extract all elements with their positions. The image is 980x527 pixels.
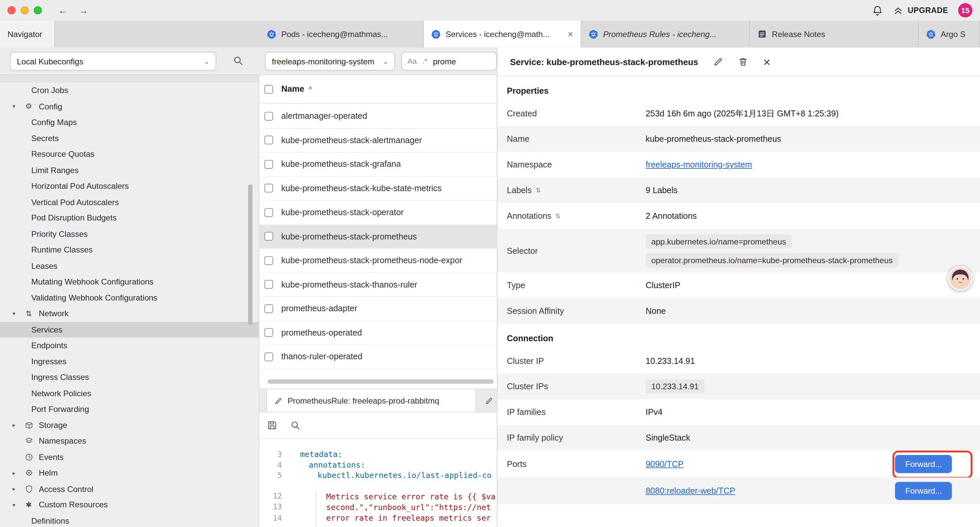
- toolbar: Local Kubeconfigs ⌄ freeleaps-monitoring…: [0, 47, 497, 75]
- row-checkbox[interactable]: [264, 304, 273, 313]
- sidebar-item-pod-disruption-budgets[interactable]: Pod Disruption Budgets: [0, 210, 259, 226]
- sort-toggle-icon[interactable]: ⇅: [555, 212, 560, 220]
- sidebar-item-ingresses[interactable]: Ingresses: [0, 353, 259, 369]
- table-row[interactable]: prometheus-adapter: [259, 297, 497, 321]
- sidebar-search-icon[interactable]: [232, 55, 244, 66]
- sidebar-item-validating-webhook-configurations[interactable]: Validating Webhook Configurations: [0, 290, 259, 306]
- row-checkbox[interactable]: [264, 232, 273, 241]
- sidebar-item-mutating-webhook-configurations[interactable]: Mutating Webhook Configurations: [0, 274, 259, 290]
- sidebar-item-port-forwarding[interactable]: Port Forwarding: [0, 401, 259, 417]
- folded-region[interactable]: [259, 481, 497, 491]
- delete-button[interactable]: [738, 57, 748, 67]
- sidebar-group-config[interactable]: ▾ ⚙ Config: [0, 99, 259, 115]
- navigator-header-tab[interactable]: Navigator: [0, 21, 55, 48]
- sort-toggle-icon[interactable]: ⇅: [535, 187, 541, 194]
- tab-services-active[interactable]: Services - icecheng@math... ×: [424, 21, 581, 48]
- edit-button[interactable]: [713, 57, 723, 67]
- sidebar-item-config-maps[interactable]: Config Maps: [0, 115, 259, 131]
- table-row[interactable]: kube-prometheus-stack-operator: [259, 201, 497, 224]
- table-row[interactable]: kube-prometheus-stack-alertmanager: [259, 128, 497, 153]
- back-button[interactable]: ←: [58, 5, 67, 16]
- table-row[interactable]: alertmanager-operated: [259, 104, 497, 128]
- tab-pods[interactable]: Pods - icecheng@mathmas...: [259, 21, 424, 48]
- minimize-window-button[interactable]: [21, 6, 29, 14]
- sidebar-item-namespaces[interactable]: Namespaces: [0, 433, 259, 449]
- sidebar-item-endpoints[interactable]: Endpoints: [0, 338, 259, 353]
- sidebar-item-runtime-classes[interactable]: Runtime Classes: [0, 242, 259, 258]
- yaml-editor[interactable]: 3metadata: 4annotations: 5kubectl.kubern…: [259, 439, 497, 527]
- sidebar-item-secrets[interactable]: Secrets: [0, 131, 259, 146]
- tab-argo[interactable]: Argo S: [919, 21, 980, 48]
- sidebar-group-helm[interactable]: ▸ Helm: [0, 465, 259, 481]
- sidebar-group-storage[interactable]: ▸ Storage: [0, 417, 259, 433]
- sidebar-item-network-policies[interactable]: Network Policies: [0, 385, 259, 401]
- row-checkbox[interactable]: [264, 160, 273, 169]
- namespace-select[interactable]: freeleaps-monitoring-system ⌄: [265, 52, 395, 71]
- table-row-selected[interactable]: kube-prometheus-stack-prometheus: [259, 225, 497, 249]
- row-checkbox[interactable]: [264, 184, 273, 193]
- namespace-link[interactable]: freeleaps-monitoring-system: [646, 160, 752, 169]
- close-tab-icon[interactable]: ×: [568, 29, 573, 39]
- notification-count-badge[interactable]: 15: [958, 3, 972, 18]
- save-icon[interactable]: [267, 420, 277, 431]
- maximize-window-button[interactable]: [34, 6, 42, 14]
- row-checkbox[interactable]: [264, 136, 273, 145]
- chevron-right-icon[interactable]: ▸: [12, 486, 22, 492]
- row-checkbox[interactable]: [264, 352, 273, 361]
- port-link-9090[interactable]: 9090/TCP: [646, 459, 684, 469]
- chevron-down-icon[interactable]: ▾: [12, 103, 22, 110]
- tab-release-notes[interactable]: Release Notes: [750, 21, 919, 48]
- table-row[interactable]: thanos-ruler-operated: [259, 345, 497, 369]
- chevron-down-icon[interactable]: ▾: [12, 502, 22, 508]
- sidebar-item-ingress-classes[interactable]: Ingress Classes: [0, 369, 259, 385]
- assistant-avatar[interactable]: [948, 266, 972, 291]
- name-column-header[interactable]: Name: [281, 84, 304, 94]
- sidebar-item-events[interactable]: Events: [0, 449, 259, 465]
- tab-prometheus-rules[interactable]: Prometheus Rules - icecheng...: [581, 21, 750, 48]
- table-row[interactable]: kube-prometheus-stack-prometheus-node-ex…: [259, 249, 497, 273]
- select-all-checkbox[interactable]: [264, 85, 273, 93]
- table-row[interactable]: kube-prometheus-stack-grafana: [259, 153, 497, 177]
- resource-search-input[interactable]: Aa .* prome: [401, 52, 497, 71]
- sidebar-group-network[interactable]: ▾ ⇅ Network: [0, 306, 259, 322]
- sidebar-item-horizontal-pod-autoscalers[interactable]: Horizontal Pod Autoscalers: [0, 178, 259, 194]
- sidebar-item-limit-ranges[interactable]: Limit Ranges: [0, 162, 259, 178]
- table-row[interactable]: kube-prometheus-stack-kube-state-metrics: [259, 177, 497, 201]
- forward-port-button[interactable]: Forward...: [895, 482, 952, 500]
- search-icon[interactable]: [290, 420, 301, 431]
- regex-toggle[interactable]: .*: [422, 57, 427, 66]
- close-panel-icon[interactable]: ×: [763, 56, 770, 68]
- port-link-8080[interactable]: 8080:reloader-web/TCP: [646, 486, 735, 496]
- close-window-button[interactable]: [7, 6, 15, 14]
- chevron-down-icon[interactable]: ▾: [12, 310, 22, 317]
- row-checkbox[interactable]: [264, 328, 273, 337]
- sidebar-item-cron-jobs[interactable]: Cron Jobs: [0, 83, 259, 99]
- editor-tab-partial[interactable]: [476, 389, 497, 412]
- sidebar-item-vertical-pod-autoscalers[interactable]: Vertical Pod Autoscalers: [0, 194, 259, 210]
- sidebar-item-services[interactable]: Services: [0, 322, 259, 338]
- upgrade-button[interactable]: UPGRADE: [893, 5, 948, 15]
- sidebar-item-resource-quotas[interactable]: Resource Quotas: [0, 146, 259, 162]
- match-case-toggle[interactable]: Aa: [407, 57, 417, 66]
- notifications-bell-icon[interactable]: [872, 5, 884, 16]
- sidebar-item-leases[interactable]: Leases: [0, 258, 259, 274]
- kubeconfig-select[interactable]: Local Kubeconfigs ⌄: [10, 52, 216, 71]
- editor-tab-prometheusrule[interactable]: PrometheusRule: freeleaps-prod-rabbitmq: [266, 389, 476, 412]
- forward-port-button[interactable]: Forward...: [895, 455, 952, 473]
- table-row[interactable]: kube-prometheus-stack-thanos-ruler: [259, 273, 497, 297]
- row-checkbox[interactable]: [264, 256, 273, 265]
- chevron-right-icon[interactable]: ▸: [12, 422, 22, 428]
- row-checkbox[interactable]: [264, 280, 273, 289]
- row-checkbox[interactable]: [264, 112, 273, 120]
- sort-ascending-icon[interactable]: ^: [309, 85, 312, 93]
- sidebar-item-definitions[interactable]: Definitions: [0, 513, 259, 527]
- forward-button[interactable]: →: [79, 5, 88, 16]
- sidebar-item-priority-classes[interactable]: Priority Classes: [0, 226, 259, 242]
- sidebar-group-access-control[interactable]: ▸ Access Control: [0, 481, 259, 497]
- horizontal-scrollbar[interactable]: [267, 379, 494, 384]
- chevron-right-icon[interactable]: ▸: [12, 470, 22, 476]
- sidebar-group-custom-resources[interactable]: ▾ ✱ Custom Resources: [0, 497, 259, 513]
- table-row[interactable]: prometheus-operated: [259, 321, 497, 345]
- row-checkbox[interactable]: [264, 208, 273, 217]
- sidebar-scrollbar[interactable]: [248, 185, 253, 325]
